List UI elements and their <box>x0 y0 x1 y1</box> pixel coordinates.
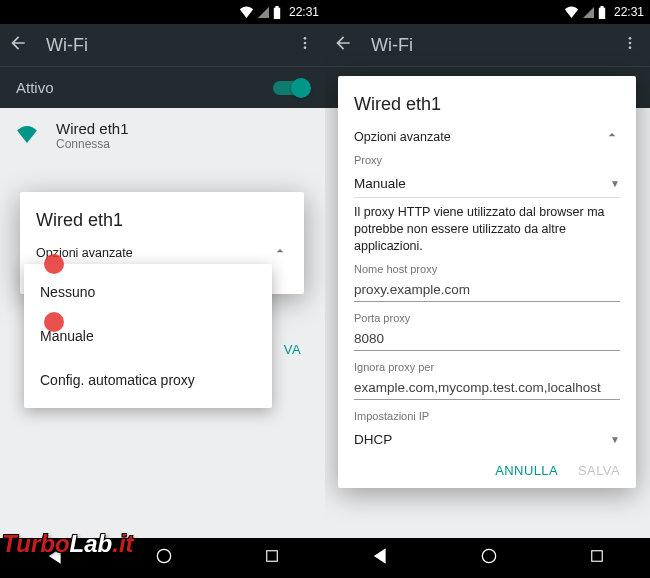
advanced-label: Opzioni avanzate <box>36 246 133 260</box>
ip-settings-select[interactable]: DHCP ▼ <box>354 424 620 453</box>
ip-value: DHCP <box>354 432 392 447</box>
bypass-label: Ignora proxy per <box>354 361 620 373</box>
nav-home-icon[interactable] <box>479 546 499 570</box>
back-icon[interactable] <box>333 33 353 57</box>
svg-point-5 <box>629 37 632 40</box>
status-time: 22:31 <box>289 5 319 19</box>
signal-icon <box>258 7 269 18</box>
proxy-dropdown: Nessuno Manuale Config. automatica proxy <box>24 264 272 408</box>
wifi-status-icon <box>239 6 254 18</box>
chevron-up-icon <box>272 243 288 262</box>
svg-point-3 <box>157 549 170 562</box>
ip-settings-label: Impostazioni IP <box>354 410 620 422</box>
save-button[interactable]: SALVA <box>578 463 620 478</box>
screen-right: 22:31 Wi-Fi Attivo Wired eth1 Opzioni av… <box>325 0 650 578</box>
svg-point-6 <box>629 42 632 45</box>
save-partial-label[interactable]: VA <box>284 342 301 357</box>
proxy-bypass-input[interactable]: example.com,mycomp.test.com,localhost <box>354 375 620 400</box>
dropdown-icon: ▼ <box>610 178 620 189</box>
app-bar: Wi-Fi <box>0 24 325 66</box>
screen-left: 22:31 Wi-Fi Attivo Wired eth1 Connessa W… <box>0 0 325 578</box>
svg-point-7 <box>629 46 632 49</box>
status-bar: 22:31 <box>0 0 325 24</box>
svg-point-1 <box>304 42 307 45</box>
status-time: 22:31 <box>614 5 644 19</box>
chevron-up-icon <box>604 127 620 146</box>
wifi-status-icon <box>564 6 579 18</box>
proxy-port-input[interactable]: 8080 <box>354 326 620 351</box>
logo-part1: Turbo <box>2 530 70 557</box>
port-label: Porta proxy <box>354 312 620 324</box>
advanced-options-toggle[interactable]: Opzioni avanzate <box>354 127 620 146</box>
wifi-status: Connessa <box>56 137 129 151</box>
svg-rect-9 <box>591 551 602 562</box>
wifi-name: Wired eth1 <box>56 120 129 137</box>
proxy-helper-text: Il proxy HTTP viene utilizzato dal brows… <box>354 204 620 255</box>
logo-part3: .it <box>112 530 133 557</box>
app-title: Wi-Fi <box>371 35 600 56</box>
proxy-label: Proxy <box>354 154 620 166</box>
status-bar: 22:31 <box>325 0 650 24</box>
dialog-title: Wired eth1 <box>36 210 288 231</box>
nav-recent-icon[interactable] <box>588 547 606 569</box>
proxy-value: Manuale <box>354 176 406 191</box>
proxy-option-manual[interactable]: Manuale <box>24 314 272 358</box>
proxy-host-input[interactable]: proxy.example.com <box>354 277 620 302</box>
wifi-network-item[interactable]: Wired eth1 Connessa <box>0 108 325 163</box>
proxy-option-auto[interactable]: Config. automatica proxy <box>24 358 272 402</box>
advanced-label: Opzioni avanzate <box>354 130 451 144</box>
proxy-option-none[interactable]: Nessuno <box>24 270 272 314</box>
app-bar: Wi-Fi <box>325 24 650 66</box>
host-label: Nome host proxy <box>354 263 620 275</box>
dialog-actions: ANNULLA SALVA <box>354 463 620 478</box>
signal-icon <box>583 7 594 18</box>
svg-rect-4 <box>266 551 277 562</box>
more-icon[interactable] <box>293 31 317 59</box>
wifi-config-dialog: Wired eth1 Opzioni avanzate Proxy Manual… <box>338 76 636 488</box>
app-title: Wi-Fi <box>46 35 275 56</box>
wifi-switch[interactable] <box>273 81 309 95</box>
advanced-options-toggle[interactable]: Opzioni avanzate <box>36 243 288 262</box>
wifi-icon <box>16 125 38 147</box>
more-icon[interactable] <box>618 31 642 59</box>
dropdown-icon: ▼ <box>610 434 620 445</box>
nav-bar <box>325 538 650 578</box>
proxy-select[interactable]: Manuale ▼ <box>354 168 620 198</box>
battery-icon <box>598 6 606 19</box>
svg-point-8 <box>482 549 495 562</box>
svg-point-2 <box>304 46 307 49</box>
nav-recent-icon[interactable] <box>263 547 281 569</box>
watermark-logo: TurboLab.it <box>2 530 134 558</box>
back-icon[interactable] <box>8 33 28 57</box>
nav-back-icon[interactable] <box>370 546 390 570</box>
svg-point-0 <box>304 37 307 40</box>
cancel-button[interactable]: ANNULLA <box>495 463 558 478</box>
nav-home-icon[interactable] <box>154 546 174 570</box>
wifi-toggle-row: Attivo <box>0 66 325 108</box>
battery-icon <box>273 6 281 19</box>
dialog-title: Wired eth1 <box>354 94 620 115</box>
logo-part2: Lab <box>70 530 113 557</box>
wifi-toggle-label: Attivo <box>16 79 54 96</box>
